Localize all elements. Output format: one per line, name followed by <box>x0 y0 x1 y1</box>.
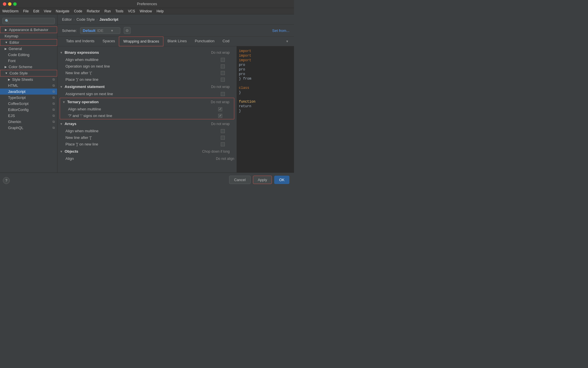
sidebar-item-typescript[interactable]: TypeScript⧉ <box>0 95 57 101</box>
gear-icon[interactable]: ⚙ <box>124 27 131 34</box>
sidebar-item-keymap[interactable]: Keymap <box>0 33 57 39</box>
sidebar-item-label: Keymap <box>5 34 18 38</box>
checkbox-area: ✓ <box>209 107 232 111</box>
copy-icon[interactable]: ⧉ <box>53 102 55 106</box>
wrap-select[interactable]: Do not align <box>216 157 234 161</box>
breadcrumb-editor[interactable]: Editor <box>62 17 72 22</box>
copy-icon[interactable]: ⧉ <box>53 90 55 93</box>
menu-run[interactable]: Run <box>105 9 111 13</box>
section-header-binary-expressions[interactable]: ▼Binary expressionsDo not wrap <box>57 49 237 56</box>
copy-icon[interactable]: ⧉ <box>53 78 55 81</box>
sidebar-item-color-scheme[interactable]: ▶Color Scheme <box>0 64 57 70</box>
menu-code[interactable]: Code <box>74 9 82 13</box>
checkbox[interactable] <box>221 71 225 75</box>
checkbox[interactable] <box>221 64 225 68</box>
tab-punctuation[interactable]: Punctuation <box>191 37 218 46</box>
sidebar-item-label: Code Style <box>9 71 28 75</box>
tab-wrapping-and-braces[interactable]: Wrapping and Braces <box>119 37 163 46</box>
checkbox-area <box>211 78 234 82</box>
scheme-select[interactable]: Default IDE ▾ <box>80 27 120 34</box>
checkbox[interactable] <box>221 58 225 62</box>
checkbox[interactable] <box>221 92 225 96</box>
window-title: Preferences <box>137 2 157 6</box>
arrow-icon: ▼ <box>5 41 8 44</box>
sidebar-item-style-sheets[interactable]: ▶Style Sheets⧉ <box>0 76 57 83</box>
menu-webstorm[interactable]: WebStorm <box>2 9 18 13</box>
section-label: Ternary operation <box>67 100 99 104</box>
copy-icon[interactable]: ⧉ <box>53 84 55 87</box>
section-header-objects[interactable]: ▼ObjectsChop down if long <box>57 147 237 155</box>
sidebar-item-code-editing[interactable]: Code Editing <box>0 52 57 58</box>
setting-row: Place ']' on new line <box>57 141 237 147</box>
close-button[interactable] <box>3 2 6 6</box>
code-line: function <box>239 100 292 104</box>
section-header-arrays[interactable]: ▼ArraysDo not wrap <box>57 120 237 128</box>
copy-icon[interactable]: ⧉ <box>53 126 55 130</box>
sidebar-item-appearance-behavior[interactable]: ▶Appearance & Behavior <box>0 26 57 33</box>
ok-button[interactable]: OK <box>274 176 289 184</box>
section-arrow-icon: ▼ <box>62 100 65 104</box>
checkbox[interactable] <box>221 78 225 82</box>
sidebar-item-code-style[interactable]: ▼Code Style <box>0 70 57 76</box>
sidebar-item-javascript[interactable]: JavaScript⧉ <box>0 89 57 95</box>
checkbox[interactable] <box>221 136 225 140</box>
checkbox[interactable] <box>221 142 225 146</box>
sidebar-item-html[interactable]: HTML⧉ <box>0 83 57 89</box>
checkbox[interactable] <box>221 129 225 133</box>
setting-label: Align <box>65 156 216 161</box>
sidebar-item-font[interactable]: Font <box>0 58 57 64</box>
cancel-button[interactable]: Cancel <box>229 176 250 184</box>
copy-icon[interactable]: ⧉ <box>53 120 55 124</box>
set-from-link[interactable]: Set from... <box>272 28 289 33</box>
menu-navigate[interactable]: Navigate <box>56 9 69 13</box>
maximize-button[interactable] <box>13 2 17 6</box>
sidebar-item-editorconfig[interactable]: EditorConfig⧉ <box>0 107 57 113</box>
copy-icon[interactable]: ⧉ <box>53 108 55 112</box>
wrap-label: Do not wrap <box>211 51 234 55</box>
menu-help[interactable]: Help <box>156 9 164 13</box>
traffic-lights <box>3 2 17 6</box>
arrow-icon: ▶ <box>5 47 7 50</box>
section-arrow-icon: ▼ <box>60 51 63 54</box>
minimize-button[interactable] <box>8 2 11 6</box>
menu-window[interactable]: Window <box>140 9 152 13</box>
checkbox[interactable]: ✓ <box>218 114 222 118</box>
help-button[interactable]: ? <box>3 177 10 184</box>
setting-label: Operation sign on next line <box>65 64 211 68</box>
code-line <box>239 81 292 85</box>
menu-edit[interactable]: Edit <box>33 9 39 13</box>
tab-more-icon[interactable]: ▾ <box>285 37 289 46</box>
sidebar-item-coffeescript[interactable]: CoffeeScript⧉ <box>0 101 57 107</box>
scheme-row: Scheme: Default IDE ▾ ⚙ Set from... <box>57 25 294 37</box>
menu-view[interactable]: View <box>44 9 51 13</box>
menu-refactor[interactable]: Refactor <box>87 9 100 13</box>
breadcrumb-sep2: › <box>96 17 98 22</box>
apply-button[interactable]: Apply <box>253 176 272 184</box>
search-box[interactable]: 🔍 <box>2 18 55 24</box>
copy-icon[interactable]: ⧉ <box>53 114 55 118</box>
sidebar-item-ejs[interactable]: EJS⧉ <box>0 113 57 119</box>
code-line: pro <box>239 63 292 67</box>
tab-cod[interactable]: Cod <box>218 37 233 46</box>
section-header-assignment-statement[interactable]: ▼Assignment statementDo not wrap <box>57 83 237 91</box>
menu-vcs[interactable]: VCS <box>128 9 135 13</box>
search-input[interactable] <box>10 19 52 23</box>
sidebar-item-label: Color Scheme <box>9 65 32 69</box>
menubar: WebStormFileEditViewNavigateCodeRefactor… <box>0 8 294 14</box>
checkbox[interactable]: ✓ <box>218 107 222 111</box>
breadcrumb-code-style[interactable]: Code Style <box>76 17 95 22</box>
section-header-ternary-operation[interactable]: ▼Ternary operationDo not wrap <box>60 98 234 106</box>
tab-spaces[interactable]: Spaces <box>98 37 119 46</box>
sidebar-item-general[interactable]: ▶General <box>0 46 57 52</box>
copy-icon[interactable]: ⧉ <box>53 96 55 99</box>
sidebar-item-graphql[interactable]: GraphQL⧉ <box>0 125 57 131</box>
sidebar-item-gherkin[interactable]: Gherkin⧉ <box>0 119 57 125</box>
code-line: } from <box>239 77 292 81</box>
setting-row: '?' and ':' signs on next line✓ <box>60 112 234 119</box>
code-line: import <box>239 58 292 62</box>
menu-tools[interactable]: Tools <box>115 9 123 13</box>
tab-tabs-and-indents[interactable]: Tabs and Indents <box>62 37 98 46</box>
tab-blank-lines[interactable]: Blank Lines <box>163 37 191 46</box>
menu-file[interactable]: File <box>23 9 28 13</box>
sidebar-item-editor[interactable]: ▼Editor <box>0 39 57 46</box>
